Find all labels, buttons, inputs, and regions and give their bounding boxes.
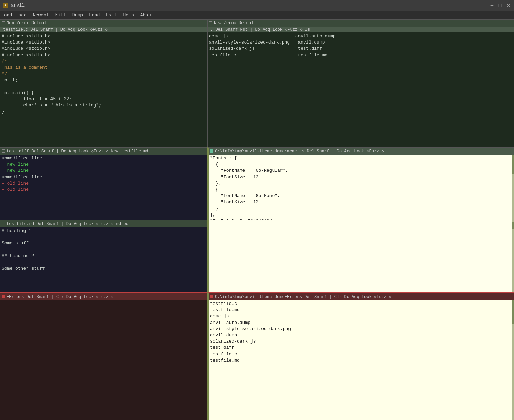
pane-midleft-content[interactable]: unmodified line + new line + new line un…: [0, 155, 207, 220]
pane-botleft-title: testfile.md Del Snarf | Do Acq Look ◇Fuz…: [7, 221, 128, 226]
pane-midright-content[interactable]: "Fonts": [ { "FontName": "Go-Regular", "…: [209, 155, 512, 220]
pane-midright: C:\info\tmp\anvil-theme-demo\acme.js Del…: [207, 147, 514, 220]
pane-bot2right-content[interactable]: testfile.c testfile.md acme.js anvil-aut…: [209, 300, 512, 420]
pane-midright-scrollbar[interactable]: [512, 155, 514, 220]
pane-topleft-code: #include <stdio.h> #include <stdio.h> #i…: [2, 33, 206, 115]
pane-bot2right-scrollbar[interactable]: [512, 300, 514, 420]
pane-botright-content[interactable]: [209, 220, 512, 292]
pane-midright-code: "Fonts": [ { "FontName": "Go-Regular", "…: [210, 155, 510, 220]
pane-midright-title: C:\info\tmp\anvil-theme-demo\acme.js Del…: [215, 149, 384, 154]
pane-bot2right-title: C:\info\tmp\anvil-theme-demo+Errors Del …: [215, 294, 391, 299]
menu-item-help[interactable]: Help: [121, 12, 137, 18]
menu-bar: aadaadNewcolKillDumpLoadExitHelpAbout: [0, 11, 514, 19]
pane-topright-bar-text: . Del Snarf Put | Do Acq Look ◇Fuzz ◇ ls: [210, 27, 310, 32]
pane-botleft: testfile.md Del Snarf | Do Acq Look ◇Fuz…: [0, 220, 207, 292]
title-bar: ▲ anvil ─ □ ✕: [0, 0, 514, 11]
pane-midleft-header: test.diff Del Snarf | Do Acq Look ◇Fuzz …: [0, 148, 207, 155]
pane-topleft-content[interactable]: #include <stdio.h> #include <stdio.h> #i…: [0, 32, 207, 147]
pane-midright-scrollthumb: [512, 155, 514, 174]
pane-bot2right-scrollthumb: [512, 300, 514, 324]
pane-bot2left-indicator: [2, 295, 5, 298]
pane-topright-title: New Zerox Delcol: [214, 21, 254, 26]
pane-bot2right: C:\info\tmp\anvil-theme-demo+Errors Del …: [207, 292, 514, 420]
maximize-button[interactable]: □: [497, 3, 503, 8]
pane-topleft-bar-text: testfile.c Del Snarf | Do Acq Look ◇Fuzz…: [3, 27, 108, 32]
pane-topleft-indicator: [2, 21, 5, 25]
pane-bot2left: +Errors Del Snarf | Clr Do Acq Look ◇Fuz…: [0, 292, 207, 420]
pane-midleft-code: unmodified line + new line + new line un…: [2, 155, 206, 193]
menu-item-newcol[interactable]: Newcol: [30, 12, 52, 18]
menu-item-aad[interactable]: aad: [16, 12, 29, 18]
pane-bot2right-indicator: [210, 295, 213, 298]
pane-bot2right-header: C:\info\tmp\anvil-theme-demo+Errors Del …: [209, 293, 514, 300]
menu-item-dump[interactable]: Dump: [69, 12, 86, 18]
pane-bot2left-header: +Errors Del Snarf | Clr Do Acq Look ◇Fuz…: [0, 293, 207, 300]
menu-item-load[interactable]: Load: [86, 12, 103, 18]
menu-item-kill[interactable]: Kill: [53, 12, 69, 18]
app-icon: ▲: [3, 3, 8, 8]
pane-topleft-bar[interactable]: testfile.c Del Snarf | Do Acq Look ◇Fuzz…: [0, 27, 207, 32]
window-controls: ─ □ ✕: [489, 3, 511, 8]
pane-topleft-header: New Zerox Delcol: [0, 20, 207, 27]
pane-topright-bar[interactable]: . Del Snarf Put | Do Acq Look ◇Fuzz ◇ ls: [208, 27, 514, 32]
window-title: anvil: [11, 3, 489, 8]
pane-topright-header: New Zerox Delcol: [208, 20, 514, 27]
pane-botleft-content[interactable]: # heading 1 Some stuff ## heading 2 Some…: [0, 227, 207, 292]
menu-item-exit[interactable]: Exit: [103, 12, 120, 18]
pane-topleft-title: New Zerox Delcol: [7, 21, 46, 26]
main-layout: New Zerox Delcol testfile.c Del Snarf | …: [0, 19, 514, 420]
pane-botleft-header: testfile.md Del Snarf | Do Acq Look ◇Fuz…: [0, 220, 207, 227]
minimize-button[interactable]: ─: [489, 3, 495, 8]
pane-topright-content[interactable]: acme.js anvil-auto.dump anvil-style-sola…: [208, 32, 514, 147]
menu-item-aad[interactable]: aad: [1, 12, 15, 18]
pane-bot2left-content[interactable]: [0, 300, 207, 420]
pane-topright-code: acme.js anvil-auto.dump anvil-style-sola…: [209, 33, 512, 58]
pane-midleft-indicator: [2, 149, 5, 153]
pane-midleft-title: test.diff Del Snarf | Do Acq Look ◇Fuzz …: [7, 149, 149, 154]
pane-botright: [207, 220, 514, 292]
pane-topleft: New Zerox Delcol testfile.c Del Snarf | …: [0, 19, 207, 147]
pane-bot2left-title: +Errors Del Snarf | Clr Do Acq Look ◇Fuz…: [7, 294, 114, 299]
close-button[interactable]: ✕: [506, 3, 511, 8]
menu-item-about[interactable]: About: [137, 12, 156, 18]
pane-botleft-code: # heading 1 Some stuff ## heading 2 Some…: [2, 228, 206, 272]
pane-midleft: test.diff Del Snarf | Do Acq Look ◇Fuzz …: [0, 147, 207, 220]
pane-botleft-indicator: [2, 222, 5, 225]
pane-botright-scrollbar[interactable]: [512, 220, 514, 292]
pane-bot2right-code: testfile.c testfile.md acme.js anvil-aut…: [210, 301, 510, 364]
pane-topright: New Zerox Delcol . Del Snarf Put | Do Ac…: [207, 19, 514, 147]
pane-midright-header: C:\info\tmp\anvil-theme-demo\acme.js Del…: [209, 148, 514, 155]
pane-botright-scrollthumb: [512, 222, 514, 229]
pane-midright-indicator: [210, 149, 213, 153]
pane-topright-indicator: [209, 21, 212, 25]
